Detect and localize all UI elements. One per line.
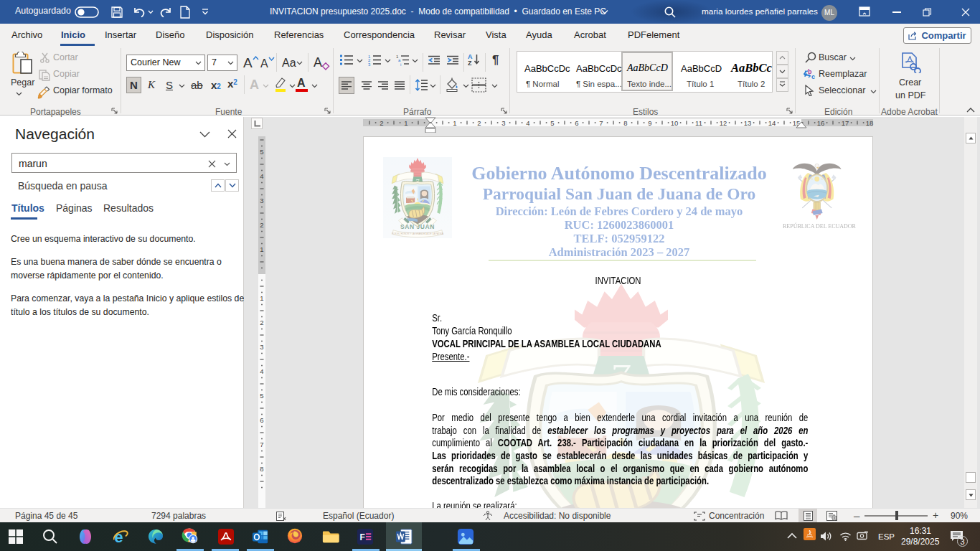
svg-text:e: e xyxy=(114,528,123,545)
svg-text:4: 4 xyxy=(260,172,263,180)
svg-text:1: 1 xyxy=(260,294,263,302)
svg-text:6: 6 xyxy=(260,416,263,424)
svg-text:2: 2 xyxy=(380,119,383,127)
svg-text:c: c xyxy=(811,73,815,80)
svg-text:17: 17 xyxy=(842,119,849,127)
svg-text:13: 13 xyxy=(744,119,752,127)
svg-text:1: 1 xyxy=(260,245,263,253)
svg-text:4: 4 xyxy=(526,119,529,127)
svg-text:7: 7 xyxy=(599,119,603,127)
svg-text:2: 2 xyxy=(260,319,263,326)
svg-text:2: 2 xyxy=(477,119,481,127)
svg-text:8: 8 xyxy=(260,465,263,473)
svg-text:3: 3 xyxy=(260,197,263,204)
svg-text:5: 5 xyxy=(550,119,554,127)
svg-text:9: 9 xyxy=(648,119,651,127)
svg-text:16: 16 xyxy=(817,119,825,127)
svg-text:Z: Z xyxy=(468,60,472,66)
svg-text:3: 3 xyxy=(260,343,263,351)
svg-text:8: 8 xyxy=(623,119,627,127)
svg-text:4: 4 xyxy=(260,367,263,375)
svg-text:12: 12 xyxy=(720,119,727,127)
svg-text:F: F xyxy=(360,532,365,542)
svg-text:10: 10 xyxy=(671,119,679,127)
svg-text:5: 5 xyxy=(260,392,263,400)
svg-text:18: 18 xyxy=(866,119,874,127)
svg-text:2: 2 xyxy=(260,221,263,229)
svg-text:11: 11 xyxy=(695,119,702,127)
svg-text:3: 3 xyxy=(368,62,371,67)
svg-text:5: 5 xyxy=(260,148,263,156)
svg-text:14: 14 xyxy=(768,119,776,127)
svg-text:3: 3 xyxy=(501,119,505,127)
svg-text:1: 1 xyxy=(404,119,407,127)
svg-text:7: 7 xyxy=(260,441,263,448)
svg-text:1: 1 xyxy=(453,119,456,127)
svg-text:6: 6 xyxy=(575,119,578,127)
svg-text:i: i xyxy=(400,62,401,67)
